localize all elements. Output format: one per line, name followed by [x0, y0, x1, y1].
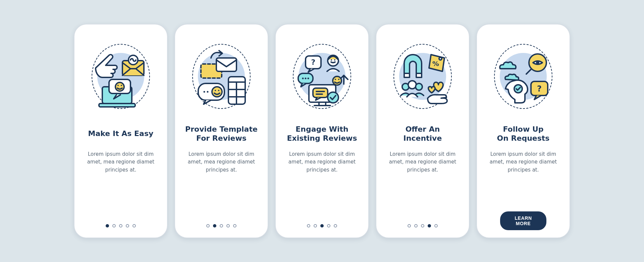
slide-make-it-easy: Make It As Easy Lorem ipsum dolor sit di… [74, 24, 168, 238]
svg-point-33 [338, 79, 339, 80]
dot-5[interactable] [132, 224, 136, 227]
svg-point-5 [115, 82, 124, 91]
svg-rect-3 [99, 104, 135, 107]
svg-text:?: ? [537, 84, 542, 93]
svg-text:?: ? [311, 58, 316, 66]
slide-body: Lorem ipsum dolor sit dim amet, mea regi… [284, 150, 360, 174]
svg-point-22 [331, 59, 332, 61]
svg-line-49 [526, 69, 531, 74]
slide-offer-incentive: % Offer An Incentive Lorem ipsum dolor s… [376, 24, 470, 238]
engage-icon: ? [287, 38, 357, 115]
dot-2[interactable] [314, 224, 317, 227]
slide-title: Make It As Easy [87, 124, 155, 143]
dot-4[interactable] [327, 224, 330, 227]
slide-follow-up: ? Follow Up On Requests Lorem ipsum dolo… [476, 24, 570, 238]
easy-icon [86, 38, 156, 115]
dot-2[interactable] [112, 224, 116, 227]
dot-1[interactable] [408, 224, 411, 227]
slide-body: Lorem ipsum dolor sit dim amet, mea regi… [385, 150, 460, 174]
pagination-dots [175, 224, 268, 227]
dot-4[interactable] [126, 224, 129, 227]
svg-point-17 [215, 90, 216, 91]
pagination-dots [276, 224, 368, 227]
followup-icon: ? [488, 38, 558, 115]
dot-5[interactable] [434, 224, 438, 227]
svg-point-7 [121, 85, 122, 86]
slide-title: Follow Up On Requests [496, 124, 551, 143]
svg-point-18 [218, 90, 219, 91]
dot-1[interactable] [206, 224, 210, 227]
svg-point-40 [328, 92, 338, 103]
svg-point-50 [536, 61, 539, 64]
svg-point-31 [333, 76, 341, 85]
dot-1[interactable] [307, 224, 310, 227]
slide-title: Offer An Incentive [385, 124, 460, 143]
dot-1[interactable] [106, 224, 109, 227]
slide-title: Provide Template For Reviews [184, 124, 259, 143]
slide-title: Engage With Existing Reviews [285, 124, 358, 143]
svg-rect-42 [416, 73, 422, 77]
svg-point-19 [204, 91, 205, 93]
svg-point-43 [439, 57, 442, 60]
svg-point-29 [308, 78, 309, 79]
svg-point-27 [302, 78, 304, 79]
incentive-icon: % [387, 38, 458, 115]
svg-rect-41 [404, 73, 410, 77]
dot-3[interactable] [119, 224, 122, 227]
slide-body: Lorem ipsum dolor sit dim amet, mea regi… [83, 150, 158, 174]
svg-point-32 [335, 79, 336, 80]
dot-3[interactable] [220, 224, 223, 227]
svg-point-47 [416, 83, 422, 90]
slide-body: Lorem ipsum dolor sit dim amet, mea regi… [184, 150, 259, 174]
slide-body: Lorem ipsum dolor sit dim amet, mea regi… [486, 150, 561, 174]
onboarding-row: Make It As Easy Lorem ipsum dolor sit di… [13, 24, 631, 238]
template-icon [186, 38, 257, 115]
dot-2[interactable] [414, 224, 418, 227]
learn-more-button[interactable]: LEARN MORE [500, 211, 546, 230]
dot-3[interactable] [421, 224, 424, 227]
pagination-dots [74, 224, 167, 227]
dot-2[interactable] [213, 224, 216, 227]
dot-5[interactable] [334, 224, 337, 227]
svg-text:%: % [432, 60, 439, 68]
svg-rect-37 [313, 88, 328, 97]
svg-point-28 [305, 78, 307, 79]
slide-engage-reviews: ? [275, 24, 369, 238]
svg-point-16 [212, 87, 222, 97]
svg-point-6 [117, 85, 119, 86]
dot-3[interactable] [320, 224, 324, 227]
svg-point-23 [334, 59, 335, 61]
dot-4[interactable] [428, 224, 431, 227]
svg-rect-9 [216, 58, 236, 71]
dot-4[interactable] [226, 224, 230, 227]
svg-point-20 [207, 91, 209, 93]
pagination-dots [376, 224, 469, 227]
slide-provide-template: Provide Template For Reviews Lorem ipsum… [174, 24, 268, 238]
dot-5[interactable] [233, 224, 236, 227]
